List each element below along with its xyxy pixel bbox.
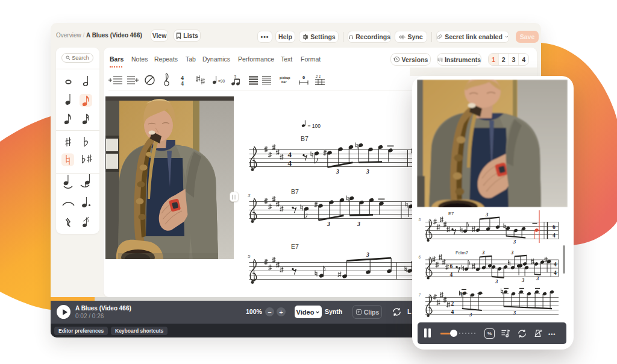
svg-text:2 1: 2 1 [315,75,321,78]
svg-text:E7: E7 [291,243,299,250]
svg-text:3: 3 [513,239,516,245]
svg-text:3: 3 [327,221,330,227]
svg-text:3: 3 [513,310,516,316]
svg-text:3: 3 [248,193,251,198]
svg-text:4: 4 [553,233,556,239]
svg-text:7: 7 [419,293,421,297]
svg-text:6: 6 [450,263,453,269]
svg-text:4: 4 [288,158,292,168]
svg-text:bar: bar [281,80,287,84]
svg-text:Fdim7: Fdim7 [456,250,468,256]
svg-text:3: 3 [510,249,514,256]
svg-text:5: 5 [248,254,251,259]
svg-text:3: 3 [366,252,369,258]
svg-text:E7: E7 [448,211,454,216]
svg-text:3: 3 [521,277,525,283]
svg-text:4: 4 [554,262,557,268]
svg-text:4: 4 [451,309,454,315]
svg-text:5: 5 [419,218,421,222]
svg-text:4: 4 [554,270,557,276]
svg-text:=90: =90 [218,79,225,83]
svg-text:4: 4 [450,272,453,278]
svg-text:B7: B7 [301,135,308,142]
svg-text:3: 3 [485,212,489,218]
svg-text:pickup: pickup [280,76,290,80]
svg-text:4: 4 [181,80,184,87]
svg-text:3: 3 [336,169,339,175]
svg-text:= 100: = 100 [308,123,321,129]
svg-text:3: 3 [481,249,485,256]
svg-text:2: 2 [451,301,454,307]
svg-text:6: 6 [419,255,421,259]
svg-text:3: 3 [357,221,360,227]
svg-text:3: 3 [495,278,498,284]
svg-text:3: 3 [469,312,472,318]
svg-text:3: 3 [536,275,539,281]
svg-text:6: 6 [553,224,556,230]
svg-text:3: 3 [234,75,236,79]
svg-text:B7: B7 [291,188,299,195]
svg-text:3: 3 [366,169,369,175]
svg-text:6: 6 [302,75,305,80]
svg-text:4: 4 [288,150,292,159]
